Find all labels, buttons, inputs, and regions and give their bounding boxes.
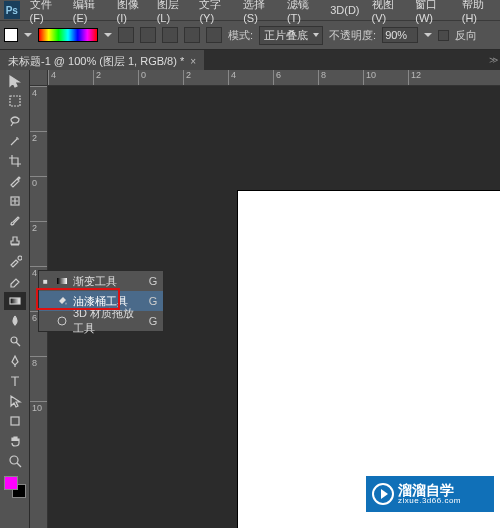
- lasso-tool[interactable]: [4, 112, 26, 130]
- healing-tool[interactable]: [4, 192, 26, 210]
- document-tab-title: 未标题-1 @ 100% (图层 1, RGB/8) *: [8, 54, 184, 69]
- document-tab-bar: 未标题-1 @ 100% (图层 1, RGB/8) * × ≫: [0, 50, 500, 70]
- flyout-item-label: 渐变工具: [73, 274, 143, 289]
- zoom-tool[interactable]: [4, 452, 26, 470]
- gradient-tool[interactable]: [4, 292, 26, 310]
- menu-select[interactable]: 选择(S): [237, 0, 281, 24]
- marquee-tool[interactable]: [4, 92, 26, 110]
- blend-mode-select[interactable]: 正片叠底: [259, 26, 323, 45]
- ruler-h-tick: 8: [318, 70, 363, 85]
- opacity-dropdown-icon[interactable]: [424, 33, 432, 37]
- path-select-tool[interactable]: [4, 392, 26, 410]
- gradient-dropdown-icon[interactable]: [104, 33, 112, 37]
- flyout-item-3dmaterial[interactable]: 3D 材质拖放工具 G: [39, 311, 163, 331]
- menu-view[interactable]: 视图(V): [366, 0, 410, 24]
- shape-tool[interactable]: [4, 412, 26, 430]
- tool-preset-dropdown-icon[interactable]: [24, 33, 32, 37]
- watermark-badge: 溜溜自学 zixue.3d66.com: [366, 476, 494, 512]
- opacity-input[interactable]: 90%: [382, 27, 418, 43]
- menu-file[interactable]: 文件(F): [24, 0, 67, 24]
- ruler-h-tick: 0: [138, 70, 183, 85]
- gradient-angle-button[interactable]: [162, 27, 178, 43]
- ruler-v-tick: 8: [30, 356, 47, 401]
- ruler-v-tick: 4: [30, 86, 47, 131]
- ruler-h-tick: 2: [93, 70, 138, 85]
- menu-help[interactable]: 帮助(H): [456, 0, 500, 24]
- document-tab[interactable]: 未标题-1 @ 100% (图层 1, RGB/8) * ×: [0, 50, 204, 70]
- flyout-item-shortcut: G: [147, 295, 159, 307]
- ruler-h-tick: 4: [48, 70, 93, 85]
- svg-point-7: [58, 317, 66, 325]
- gradient-diamond-button[interactable]: [206, 27, 222, 43]
- gradient-preview[interactable]: [38, 28, 98, 42]
- toolbox: [0, 70, 30, 528]
- ruler-h-tick: 6: [273, 70, 318, 85]
- foreground-color-swatch[interactable]: [4, 476, 18, 490]
- type-tool[interactable]: [4, 372, 26, 390]
- hand-tool[interactable]: [4, 432, 26, 450]
- eyedropper-tool[interactable]: [4, 172, 26, 190]
- watermark-title: 溜溜自学: [398, 483, 461, 497]
- menu-bar: Ps 文件(F) 编辑(E) 图像(I) 图层(L) 文字(Y) 选择(S) 滤…: [0, 0, 500, 20]
- pen-tool[interactable]: [4, 352, 26, 370]
- ruler-h-tick: 12: [408, 70, 453, 85]
- stamp-tool[interactable]: [4, 232, 26, 250]
- play-icon: [372, 483, 394, 505]
- menu-filter[interactable]: 滤镜(T): [281, 0, 324, 24]
- menu-edit[interactable]: 编辑(E): [67, 0, 111, 24]
- history-brush-tool[interactable]: [4, 252, 26, 270]
- wand-tool[interactable]: [4, 132, 26, 150]
- svg-point-5: [10, 456, 18, 464]
- ruler-v-tick: 2: [30, 131, 47, 176]
- reverse-label: 反向: [455, 28, 477, 43]
- menu-3d[interactable]: 3D(D): [324, 4, 365, 16]
- horizontal-ruler[interactable]: 4 2 0 2 4 6 8 10 12: [48, 70, 500, 86]
- ruler-origin[interactable]: [30, 70, 48, 86]
- blur-tool[interactable]: [4, 312, 26, 330]
- app-badge: Ps: [4, 1, 20, 19]
- menu-image[interactable]: 图像(I): [111, 0, 151, 24]
- close-icon[interactable]: ×: [190, 56, 196, 67]
- flyout-active-mark: ■: [43, 277, 51, 286]
- svg-rect-2: [10, 298, 20, 304]
- move-tool[interactable]: [4, 72, 26, 90]
- gradient-radial-button[interactable]: [140, 27, 156, 43]
- crop-tool[interactable]: [4, 152, 26, 170]
- gradient-icon: [55, 274, 69, 288]
- flyout-item-shortcut: G: [147, 315, 159, 327]
- flyout-item-label: 3D 材质拖放工具: [73, 306, 143, 336]
- tab-bar-background: [204, 50, 486, 70]
- tab-overflow-button[interactable]: ≫: [486, 50, 500, 70]
- options-bar: 模式: 正片叠底 不透明度: 90% 反向: [0, 20, 500, 50]
- svg-rect-4: [11, 417, 19, 425]
- ruler-v-tick: 2: [30, 221, 47, 266]
- tool-flyout-menu: ■ 渐变工具 G 油漆桶工具 G 3D 材质拖放工具 G: [38, 270, 164, 332]
- svg-rect-6: [57, 278, 67, 284]
- ruler-h-tick: 10: [363, 70, 408, 85]
- ruler-h-tick: 2: [183, 70, 228, 85]
- material-drop-icon: [55, 314, 69, 328]
- gradient-linear-button[interactable]: [118, 27, 134, 43]
- ruler-h-tick: 4: [228, 70, 273, 85]
- reverse-checkbox[interactable]: [438, 30, 449, 41]
- eraser-tool[interactable]: [4, 272, 26, 290]
- ruler-v-tick: 10: [30, 401, 47, 446]
- mode-label: 模式:: [228, 28, 253, 43]
- opacity-label: 不透明度:: [329, 28, 376, 43]
- menu-layer[interactable]: 图层(L): [151, 0, 194, 24]
- color-swatches[interactable]: [4, 476, 26, 498]
- flyout-item-gradient[interactable]: ■ 渐变工具 G: [39, 271, 163, 291]
- dodge-tool[interactable]: [4, 332, 26, 350]
- svg-rect-0: [10, 96, 20, 106]
- tool-preset-swatch[interactable]: [4, 28, 18, 42]
- gradient-reflected-button[interactable]: [184, 27, 200, 43]
- menu-window[interactable]: 窗口(W): [409, 0, 455, 24]
- menu-type[interactable]: 文字(Y): [193, 0, 237, 24]
- paint-bucket-icon: [55, 294, 69, 308]
- ruler-v-tick: 0: [30, 176, 47, 221]
- brush-tool[interactable]: [4, 212, 26, 230]
- flyout-item-shortcut: G: [147, 275, 159, 287]
- watermark-url: zixue.3d66.com: [398, 497, 461, 505]
